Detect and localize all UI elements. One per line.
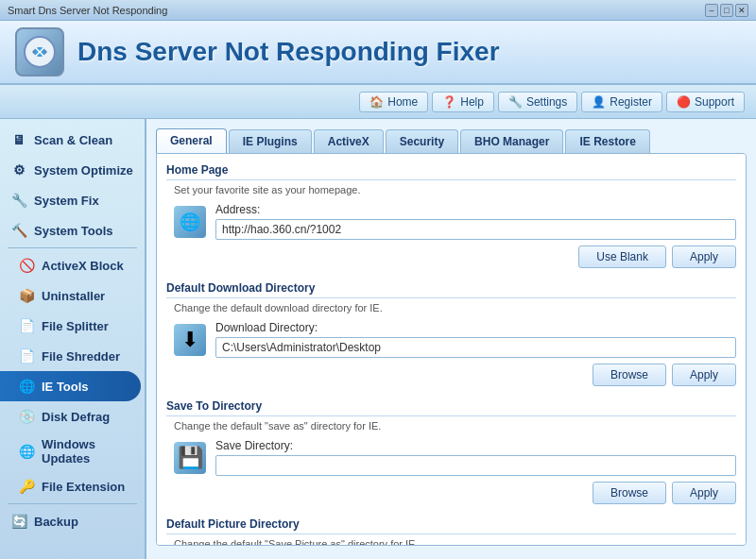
- app-header: Dns Server Not Responding Fixer: [0, 21, 756, 85]
- address-input[interactable]: [215, 219, 736, 240]
- help-icon: ❓: [442, 95, 456, 109]
- section-download-dir: Default Download Directory Change the de…: [166, 281, 736, 386]
- settings-button[interactable]: 🔧 Settings: [498, 92, 577, 112]
- tab-activex[interactable]: ActiveX: [314, 129, 384, 153]
- title-bar-controls: – □ ✕: [705, 4, 748, 17]
- support-icon: 🔴: [677, 95, 691, 109]
- download-dir-row: ⬇ Download Directory:: [174, 321, 736, 358]
- system-optimize-icon: ⚙: [9, 161, 28, 179]
- activex-block-icon: 🚫: [17, 256, 36, 275]
- tab-bar: General IE Plugins ActiveX Security BHO …: [156, 128, 747, 153]
- section-home-page: Home Page Set your favorite site as your…: [166, 163, 736, 268]
- app-logo-icon: [15, 27, 64, 76]
- home-page-button-row: Use Blank Apply: [174, 246, 736, 268]
- sidebar: 🖥 Scan & Clean ⚙ System Optimize 🔧 Syste…: [0, 119, 146, 559]
- section-subtitle-home-page: Set your favorite site as your homepage.: [174, 184, 736, 195]
- sidebar-item-uninstaller[interactable]: 📦 Uninstaller: [0, 280, 145, 311]
- use-blank-button[interactable]: Use Blank: [578, 246, 666, 268]
- title-bar-text: Smart Dns Server Not Responding: [8, 5, 167, 16]
- ie-tools-icon: 🌐: [17, 377, 36, 396]
- home-icon: 🏠: [369, 95, 384, 109]
- section-picture-dir: Default Picture Directory Change the def…: [166, 517, 736, 546]
- close-button[interactable]: ✕: [735, 4, 748, 17]
- support-button[interactable]: 🔴 Support: [666, 92, 745, 112]
- sidebar-item-windows-updates[interactable]: 🌐 Windows Updates: [0, 432, 145, 471]
- tab-ie-plugins[interactable]: IE Plugins: [229, 129, 312, 153]
- home-page-icon: 🌐: [174, 206, 206, 238]
- file-splitter-icon: 📄: [17, 316, 36, 335]
- register-button[interactable]: 👤 Register: [581, 92, 662, 112]
- file-extension-icon: 🔑: [17, 477, 36, 496]
- register-icon: 👤: [592, 95, 606, 109]
- home-button[interactable]: 🏠 Home: [359, 92, 428, 112]
- uninstaller-icon: 📦: [17, 286, 36, 305]
- save-dir-field-group: Save Directory:: [215, 439, 736, 476]
- tab-ie-restore[interactable]: IE Restore: [565, 129, 649, 153]
- save-dir-input[interactable]: [215, 455, 736, 476]
- sidebar-item-system-fix[interactable]: 🔧 System Fix: [0, 185, 145, 215]
- system-fix-icon: 🔧: [9, 191, 28, 210]
- tab-general[interactable]: General: [156, 128, 227, 153]
- help-button[interactable]: ❓ Help: [432, 92, 494, 112]
- address-label: Address:: [215, 203, 736, 216]
- download-apply-button[interactable]: Apply: [672, 364, 736, 386]
- sidebar-divider-2: [8, 503, 137, 504]
- maximize-button[interactable]: □: [720, 4, 733, 17]
- home-page-row: 🌐 Address:: [174, 203, 736, 240]
- sidebar-item-file-extension[interactable]: 🔑 File Extension: [0, 471, 145, 501]
- tab-security[interactable]: Security: [386, 129, 458, 153]
- sidebar-item-ie-tools[interactable]: 🌐 IE Tools: [0, 371, 141, 401]
- save-dir-label: Save Directory:: [215, 439, 736, 452]
- title-bar: Smart Dns Server Not Responding – □ ✕: [0, 0, 756, 21]
- download-icon: ⬇: [174, 324, 206, 356]
- section-subtitle-save: Change the default "save as" directory f…: [174, 420, 736, 432]
- sidebar-divider: [8, 247, 137, 248]
- save-browse-button[interactable]: Browse: [593, 482, 666, 504]
- file-shredder-icon: 📄: [17, 347, 36, 365]
- section-save-dir: Save To Directory Change the default "sa…: [166, 399, 736, 504]
- download-browse-button[interactable]: Browse: [593, 364, 666, 386]
- section-title-save: Save To Directory: [166, 399, 736, 416]
- sidebar-item-file-shredder[interactable]: 📄 File Shredder: [0, 341, 145, 371]
- home-page-field-group: Address:: [215, 203, 736, 240]
- section-title-picture: Default Picture Directory: [166, 517, 736, 534]
- save-dir-row: 💾 Save Directory:: [174, 439, 736, 476]
- backup-icon: 🔄: [9, 512, 28, 531]
- scan-clean-icon: 🖥: [9, 130, 28, 149]
- sidebar-item-file-splitter[interactable]: 📄 File Splitter: [0, 311, 145, 341]
- sidebar-item-scan-clean[interactable]: 🖥 Scan & Clean: [0, 125, 145, 155]
- section-title-home-page: Home Page: [166, 163, 736, 180]
- top-nav: 🏠 Home ❓ Help 🔧 Settings 👤 Register 🔴 Su…: [0, 85, 756, 119]
- main-layout: 🖥 Scan & Clean ⚙ System Optimize 🔧 Syste…: [0, 119, 756, 559]
- disk-defrag-icon: 💿: [17, 407, 36, 426]
- app-title: Dns Server Not Responding Fixer: [77, 37, 500, 67]
- save-button-row: Browse Apply: [174, 482, 736, 504]
- section-subtitle-picture: Change the default "Save Picture as" dir…: [174, 538, 736, 546]
- content-area: General IE Plugins ActiveX Security BHO …: [146, 119, 756, 559]
- windows-updates-icon: 🌐: [17, 442, 36, 461]
- sidebar-item-system-tools[interactable]: 🔨 System Tools: [0, 215, 145, 246]
- section-subtitle-download: Change the default download directory fo…: [174, 302, 736, 313]
- download-dir-field-group: Download Directory:: [215, 321, 736, 358]
- save-icon: 💾: [174, 442, 206, 474]
- settings-icon: 🔧: [508, 95, 523, 109]
- save-apply-button[interactable]: Apply: [672, 482, 736, 504]
- minimize-button[interactable]: –: [705, 4, 718, 17]
- panel: Home Page Set your favorite site as your…: [156, 153, 747, 546]
- download-dir-input[interactable]: [215, 337, 736, 358]
- system-tools-icon: 🔨: [9, 221, 28, 240]
- download-dir-label: Download Directory:: [215, 321, 736, 334]
- tab-bho-manager[interactable]: BHO Manager: [460, 129, 563, 153]
- sidebar-item-backup[interactable]: 🔄 Backup: [0, 506, 145, 536]
- sidebar-item-system-optimize[interactable]: ⚙ System Optimize: [0, 155, 145, 185]
- home-page-apply-button[interactable]: Apply: [672, 246, 736, 268]
- sidebar-item-activex-block[interactable]: 🚫 ActiveX Block: [0, 250, 145, 280]
- section-title-download: Default Download Directory: [166, 281, 736, 298]
- download-button-row: Browse Apply: [174, 364, 736, 386]
- sidebar-item-disk-defrag[interactable]: 💿 Disk Defrag: [0, 401, 145, 432]
